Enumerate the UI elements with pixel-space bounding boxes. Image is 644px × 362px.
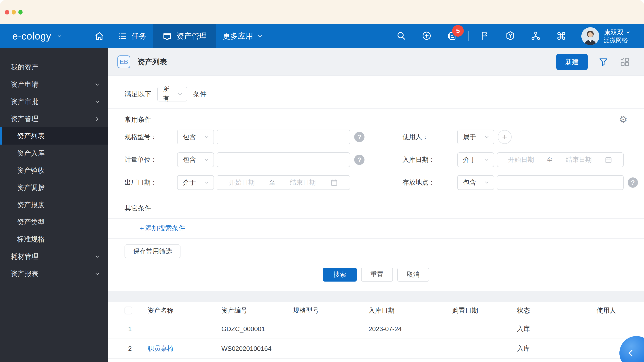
operator-select[interactable]: 包含 (457, 175, 494, 190)
sidebar-item[interactable]: 耗材管理 (0, 248, 108, 265)
operator-select[interactable]: 包含 (177, 130, 214, 144)
cell-name (148, 319, 222, 339)
grid-check-icon (620, 57, 630, 67)
factory-date-range[interactable]: 开始日期 至 结束日期 (217, 175, 350, 190)
operator-select[interactable]: 介于 (177, 175, 214, 190)
operator-select[interactable]: 属于 (457, 130, 494, 144)
sidebar-item-label: 资产入库 (17, 149, 45, 158)
filter-row-spec: 规格型号： 包含 ? (124, 130, 402, 144)
nav-tasks[interactable]: 任务 (111, 24, 153, 48)
flag-button[interactable] (480, 31, 490, 41)
column-settings-button[interactable] (619, 56, 630, 68)
sidebar-item[interactable]: 资产审批 (0, 93, 108, 110)
sidebar-item-label: 我的资产 (11, 62, 38, 72)
sidebar-item[interactable]: 资产列表 (0, 127, 108, 145)
filter-label: 存放地点： (402, 178, 457, 187)
reset-button[interactable]: 重置 (361, 268, 393, 282)
sidebar-item[interactable]: 资产验收 (0, 162, 108, 179)
search-submit-button[interactable]: 搜索 (323, 268, 357, 282)
close-window-button[interactable] (5, 10, 9, 14)
divider (108, 108, 644, 109)
location-input[interactable] (502, 179, 619, 186)
sidebar-item-label: 资产列表 (17, 131, 45, 141)
start-date-placeholder: 开始日期 (229, 178, 255, 187)
help-icon[interactable]: ? (354, 155, 364, 165)
zoom-window-button[interactable] (18, 10, 22, 14)
funnel-icon (598, 57, 608, 67)
search-icon (396, 31, 406, 41)
user-name: 康双双 (604, 28, 624, 37)
nav-asset-management-label: 资产管理 (176, 31, 207, 41)
cancel-button[interactable]: 取消 (397, 268, 429, 282)
add-search-condition-link[interactable]: ＋添加搜索条件 (124, 224, 185, 233)
chevron-down-icon (626, 30, 630, 35)
new-button[interactable]: 新建 (556, 54, 588, 70)
sidebar-item[interactable]: 资产类型 (0, 213, 108, 231)
notifications-button[interactable]: 5 (447, 31, 458, 41)
sidebar-item[interactable]: 资产报表 (0, 265, 108, 282)
date-to-label: 至 (269, 178, 276, 187)
spec-input[interactable] (222, 133, 345, 141)
sidebar-item-label: 资产类型 (17, 217, 45, 227)
gear-icon[interactable]: ⚙ (619, 115, 628, 124)
filter-button[interactable] (598, 56, 609, 68)
sidebar-item-label: 资产调拨 (17, 183, 45, 192)
nav-more-apps[interactable]: 更多应用 (216, 24, 270, 48)
sidebar-item[interactable]: 资产入库 (0, 145, 108, 162)
chevron-down-icon (484, 157, 490, 163)
table-row[interactable]: 1GDZC_0000012023-07-24入库 (108, 319, 644, 339)
filter-row-factory-date: 出厂日期： 介于 开始日期 至 结束日期 (124, 175, 402, 190)
table-row[interactable]: 3职员桌椅WS02020100116入库 (108, 359, 644, 362)
common-conditions-title: 常用条件 (124, 115, 152, 124)
chevron-down-icon (257, 33, 263, 39)
org-structure-button[interactable] (530, 31, 541, 41)
nav-home[interactable] (88, 24, 111, 48)
sidebar-item[interactable]: 资产调拨 (0, 179, 108, 196)
help-icon[interactable]: ? (628, 177, 638, 188)
sidebar-item[interactable]: 我的资产 (0, 58, 108, 76)
sidebar-item[interactable]: 标准规格 (0, 231, 108, 248)
help-center-button[interactable] (505, 31, 516, 41)
table-row[interactable]: 2职员桌椅WS02020100164入库 (108, 339, 644, 359)
calendar-icon (604, 156, 612, 164)
help-icon[interactable]: ? (354, 132, 364, 142)
minimize-window-button[interactable] (12, 10, 16, 14)
cell-seq: 2 (108, 339, 148, 359)
sidebar-item[interactable]: 资产管理 (0, 110, 108, 127)
select-all-checkbox[interactable] (124, 307, 132, 314)
home-icon (94, 31, 104, 41)
chevron-down-icon (56, 33, 62, 39)
titlebar (0, 0, 644, 24)
storage-date-range[interactable]: 开始日期 至 结束日期 (497, 152, 624, 167)
nav-asset-management[interactable]: 资产管理 (153, 24, 216, 48)
search-button[interactable] (396, 31, 406, 41)
operator-select[interactable]: 包含 (177, 152, 214, 167)
sidebar-item[interactable]: 资产申请 (0, 76, 108, 93)
add-user-button[interactable]: + (498, 130, 512, 144)
match-select[interactable]: 所有 (157, 87, 188, 101)
top-navbar: e-cology 任务 资产管理 (0, 24, 644, 48)
operator-select[interactable]: 介于 (457, 152, 494, 167)
logo-block[interactable]: e-cology (12, 24, 62, 48)
shortcuts-button[interactable]: ⌘ (556, 31, 567, 41)
cell-status: 入库 (517, 319, 596, 339)
filter-label: 入库日期： (402, 155, 457, 164)
content-area: EB 资产列表 新建 满足以下 所有 (108, 48, 644, 362)
divider (108, 218, 644, 219)
sidebar-item[interactable]: 资产报废 (0, 196, 108, 213)
user-menu[interactable]: 康双双 泛微网络 (582, 27, 630, 45)
filter-label: 使用人： (402, 132, 457, 141)
unit-input[interactable] (222, 156, 345, 164)
sidebar-item-label: 资产审批 (11, 97, 38, 106)
match-select-value: 所有 (163, 85, 174, 103)
sidebar-item-label: 标准规格 (17, 235, 45, 244)
chevron-left-icon (625, 347, 637, 359)
sidebar-item-label: 资产报废 (17, 200, 45, 210)
save-filter-button[interactable]: 保存常用筛选 (124, 245, 180, 258)
cell-spec (293, 319, 368, 339)
create-new-button[interactable] (421, 31, 432, 41)
calendar-icon (330, 179, 338, 187)
asset-name-link[interactable]: 职员桌椅 (148, 345, 174, 352)
chevron-down-icon (94, 271, 100, 276)
app-window: e-cology 任务 资产管理 (0, 0, 644, 362)
